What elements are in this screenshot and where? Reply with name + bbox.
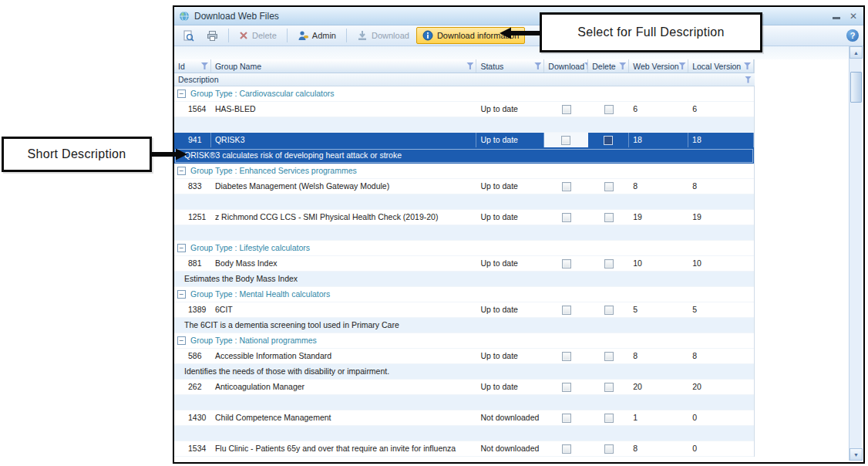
table-row[interactable]: 1564HAS-BLEDUp to date66 — [174, 102, 754, 117]
table-row[interactable]: 13896CITUp to date55 — [174, 302, 754, 318]
help-icon[interactable]: ? — [846, 29, 859, 42]
app-window: Download Web Files ✕ Delete Admin Downlo… — [173, 5, 865, 464]
cell-id: 1564 — [174, 102, 211, 117]
print-button[interactable] — [201, 28, 224, 44]
download-checkbox[interactable] — [562, 213, 571, 222]
preview-button[interactable] — [177, 28, 200, 44]
group-header-row[interactable]: −Group Type : Cardiovascular calculators — [174, 86, 754, 102]
column-header-local-version[interactable]: Local Version — [688, 59, 754, 73]
delete-checkbox[interactable] — [604, 259, 614, 268]
table-row[interactable]: 1430Child Competence ManagementNot downl… — [174, 410, 754, 426]
cell-group-name: Flu Clinic - Patients 65y and over that … — [211, 441, 477, 456]
table-row[interactable]: 881Body Mass IndexUp to date1010 — [174, 256, 754, 272]
table-row[interactable]: 586Accessible Information StandardUp to … — [174, 349, 754, 364]
collapse-expander-icon[interactable]: − — [177, 244, 186, 252]
collapse-expander-icon[interactable]: − — [177, 336, 186, 345]
download-checkbox[interactable] — [562, 259, 571, 268]
cell-download — [544, 380, 588, 394]
cell-local-version: 0 — [688, 410, 754, 425]
cell-download — [544, 210, 588, 225]
description-row[interactable]: Estimates the Body Mass Index — [174, 272, 754, 287]
delete-checkbox[interactable] — [604, 213, 614, 222]
delete-checkbox[interactable] — [604, 414, 614, 423]
scroll-down-icon[interactable]: ▼ — [849, 448, 863, 461]
cell-status: Up to date — [476, 349, 544, 363]
description-row[interactable]: Identifies the needs of those with disab… — [174, 364, 754, 380]
cell-delete — [588, 210, 629, 225]
delete-x-icon — [239, 31, 248, 40]
cell-web-version: 8 — [629, 349, 688, 363]
download-checkbox[interactable] — [562, 414, 571, 423]
delete-checkbox[interactable] — [604, 182, 614, 191]
delete-checkbox[interactable] — [604, 105, 614, 114]
delete-checkbox[interactable] — [604, 383, 614, 392]
filter-funnel-icon[interactable] — [744, 62, 751, 69]
cell-id: 1389 — [174, 302, 211, 317]
cell-id: 1251 — [174, 210, 211, 225]
cell-local-version: 19 — [688, 210, 754, 225]
download-checkbox[interactable] — [562, 352, 571, 361]
cell-local-version: 8 — [688, 179, 754, 194]
table-row[interactable]: 1534Flu Clinic - Patients 65y and over t… — [174, 441, 754, 457]
column-header-id[interactable]: Id — [174, 59, 211, 73]
cell-download — [544, 133, 588, 147]
group-header-row[interactable]: −Group Type : Mental Health calculators — [174, 287, 754, 302]
vertical-scrollbar[interactable]: ▲ ▼ — [849, 46, 862, 461]
cell-id: 881 — [174, 256, 211, 271]
delete-button[interactable]: Delete — [234, 29, 282, 42]
delete-checkbox[interactable] — [604, 444, 614, 454]
group-header-row[interactable]: −Group Type : National programmes — [174, 333, 754, 349]
download-checkbox[interactable] — [562, 306, 571, 315]
filter-funnel-icon[interactable] — [534, 62, 541, 69]
cell-web-version: 1 — [629, 410, 688, 425]
grid-area: IdGroup NameStatusDownloadDeleteWeb Vers… — [174, 46, 863, 462]
scroll-up-icon[interactable]: ▲ — [849, 46, 863, 59]
download-checkbox[interactable] — [562, 383, 571, 392]
group-type-label: Group Type : Enhanced Services programme… — [190, 164, 357, 178]
delete-checkbox[interactable] — [604, 352, 614, 361]
collapse-expander-icon[interactable]: − — [177, 290, 186, 299]
scrollbar-thumb[interactable] — [850, 72, 862, 103]
cell-id: 1534 — [174, 441, 211, 456]
download-button[interactable]: Download — [352, 28, 415, 43]
download-checkbox[interactable] — [562, 444, 571, 454]
download-arrow-icon — [357, 30, 368, 41]
cell-id: 941 — [174, 133, 211, 147]
collapse-expander-icon[interactable]: − — [177, 89, 186, 98]
cell-local-version: 6 — [688, 102, 754, 117]
download-checkbox[interactable] — [562, 105, 571, 114]
callout-short-description: Short Description — [2, 137, 152, 172]
description-header-row[interactable]: Description — [174, 73, 755, 86]
cell-local-version: 18 — [688, 133, 754, 147]
table-row[interactable]: 941QRISK3Up to date1818 — [174, 133, 754, 148]
table-row[interactable]: 833Diabetes Management (Welsh Gateway Mo… — [174, 179, 754, 194]
table-row[interactable]: 262Anticoagulation ManagerUp to date2020 — [174, 380, 754, 395]
filter-funnel-icon[interactable] — [466, 62, 473, 69]
download-checkbox[interactable] — [562, 182, 571, 191]
group-type-label: Group Type : Cardiovascular calculators — [190, 86, 335, 101]
description-row[interactable]: QRISK®3 calculates risk of developing he… — [174, 148, 754, 164]
minimize-icon[interactable] — [833, 17, 840, 19]
collapse-expander-icon[interactable]: − — [177, 167, 186, 175]
table-row[interactable]: 1251z Richmond CCG LCS - SMI Physical He… — [174, 210, 754, 225]
filter-funnel-icon[interactable] — [745, 76, 752, 83]
admin-button[interactable]: Admin — [292, 28, 341, 43]
download-checkbox[interactable] — [561, 136, 570, 145]
filter-funnel-icon[interactable] — [201, 62, 208, 69]
column-header-web-version[interactable]: Web Version — [629, 59, 688, 73]
column-header-status[interactable]: Status — [476, 59, 544, 73]
delete-checkbox[interactable] — [604, 306, 614, 315]
toolbar-separator — [228, 29, 229, 42]
group-header-row[interactable]: −Group Type : Lifestyle calculators — [174, 241, 754, 256]
cell-download — [544, 441, 588, 456]
column-header-delete[interactable]: Delete — [588, 59, 629, 73]
column-header-group-name[interactable]: Group Name — [211, 59, 477, 73]
filter-funnel-icon[interactable] — [679, 62, 686, 69]
column-header-download[interactable]: Download — [544, 59, 588, 73]
description-row[interactable]: The 6CIT is a dementia screening tool us… — [174, 318, 754, 333]
delete-checkbox[interactable] — [604, 136, 613, 145]
toolbar-separator — [287, 29, 288, 42]
filter-funnel-icon[interactable] — [619, 62, 626, 69]
close-icon[interactable]: ✕ — [849, 12, 857, 21]
group-header-row[interactable]: −Group Type : Enhanced Services programm… — [174, 164, 754, 179]
